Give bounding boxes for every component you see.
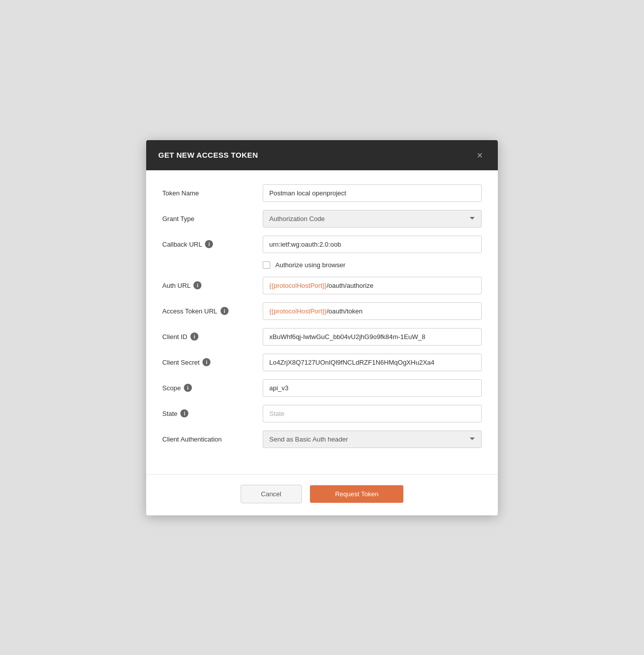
callback-url-label: Callback URL i [162,240,263,248]
client-auth-row: Client Authentication Send as Basic Auth… [162,430,482,448]
client-id-input[interactable] [263,328,482,346]
client-id-row: Client ID i [162,328,482,346]
client-secret-label: Client Secret i [162,358,263,366]
callback-url-input[interactable] [263,236,482,253]
callback-url-info-icon: i [205,240,213,248]
grant-type-label: Grant Type [162,215,263,223]
authorize-browser-label[interactable]: Authorize using browser [263,261,345,269]
access-token-url-info-icon: i [221,307,229,315]
callback-url-row: Callback URL i [162,236,482,253]
client-secret-info-icon: i [202,358,210,366]
auth-url-static: /oauth/authorize [327,282,373,289]
grant-type-select[interactable]: Authorization Code Implicit Password Cre… [263,210,482,228]
client-auth-select[interactable]: Send as Basic Auth header Send client cr… [263,430,482,448]
authorize-browser-checkbox[interactable] [263,261,270,269]
auth-url-input[interactable]: {{protocolHostPort}}/oauth/authorize [263,277,482,294]
modal-body: Token Name Grant Type Authorization Code… [146,170,498,466]
client-secret-input[interactable] [263,354,482,371]
state-input[interactable] [263,405,482,422]
modal-header: GET NEW ACCESS TOKEN × [146,140,498,170]
client-id-label: Client ID i [162,333,263,341]
auth-url-info-icon: i [193,281,201,289]
auth-url-variable: {{protocolHostPort}} [269,282,327,289]
state-label: State i [162,409,263,417]
token-name-row: Token Name [162,184,482,202]
modal-footer: Cancel Request Token [146,474,498,515]
state-row: State i [162,405,482,422]
request-token-button[interactable]: Request Token [310,485,404,503]
auth-url-label: Auth URL i [162,281,263,289]
modal-title: GET NEW ACCESS TOKEN [158,151,258,159]
token-name-input[interactable] [263,184,482,202]
scope-info-icon: i [184,384,192,392]
scope-row: Scope i [162,379,482,397]
access-token-url-variable: {{protocolHostPort}} [269,307,327,315]
client-secret-row: Client Secret i [162,354,482,371]
scope-label: Scope i [162,384,263,392]
cancel-button[interactable]: Cancel [241,485,302,503]
authorize-browser-row: Authorize using browser [162,261,482,269]
token-name-label: Token Name [162,189,263,197]
access-token-url-row: Access Token URL i {{protocolHostPort}}/… [162,302,482,320]
access-token-url-input[interactable]: {{protocolHostPort}}/oauth/token [263,302,482,320]
get-new-access-token-modal: GET NEW ACCESS TOKEN × Token Name Grant … [146,140,498,515]
client-auth-label: Client Authentication [162,435,263,443]
access-token-url-static: /oauth/token [327,307,363,315]
grant-type-row: Grant Type Authorization Code Implicit P… [162,210,482,228]
scope-input[interactable] [263,379,482,397]
auth-url-row: Auth URL i {{protocolHostPort}}/oauth/au… [162,277,482,294]
state-info-icon: i [180,409,188,417]
modal-close-button[interactable]: × [474,149,486,161]
access-token-url-label: Access Token URL i [162,307,263,315]
client-id-info-icon: i [190,333,198,341]
